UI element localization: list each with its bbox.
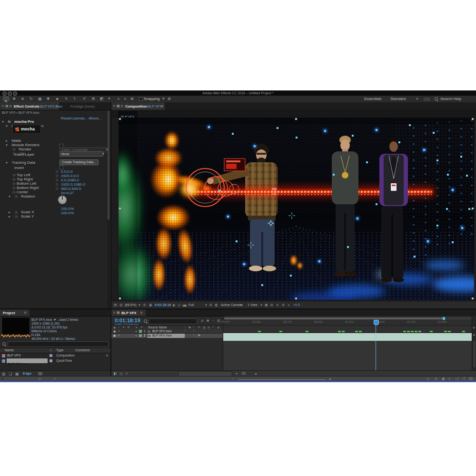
layer-label-chip[interactable] [139,334,142,337]
insert-layer-dropdown[interactable]: None [60,151,103,157]
insert-layer-caret[interactable]: ▼ [102,152,105,155]
layer-expander[interactable]: ► [135,330,138,333]
stopwatch-icon[interactable]: ◷ [14,215,17,218]
always-preview-icon[interactable]: ▤ [114,303,117,307]
keyframe-diamond-icon[interactable]: ◇ [56,178,58,182]
comp-marker[interactable] [443,317,445,320]
resolution-caret[interactable]: ▼ [205,304,208,307]
keyframe-diamond-icon[interactable]: ◇ [56,169,58,173]
workspace-overflow[interactable]: » [416,97,418,101]
zoom-out-icon[interactable]: − [232,377,234,380]
layer-row-1[interactable]: ◉ ♪ ► 1 ▤ BLP VFX.mov ◔ \ [111,329,223,334]
timeline-jump-icon[interactable]: ⋔ [276,303,279,307]
trash-icon[interactable]: ⌧ [469,377,473,381]
pan-tracks-icon[interactable]: ❖ [473,333,475,337]
view-layout-caret[interactable]: ▼ [260,304,263,307]
keyframe-diamond-icon[interactable]: ◇ [56,182,58,186]
fx-icon[interactable]: fx [435,377,437,380]
flowchart-jump-icon[interactable]: ⚙ [282,303,285,307]
tool-type[interactable]: T [73,97,76,101]
tool-brush[interactable]: ✐ [83,97,86,101]
threed-switch-icon[interactable]: ⊕ [217,326,219,329]
zoom-mountain-icon[interactable]: ▲ [254,372,258,375]
tool-hand[interactable]: ❖ [12,97,16,101]
audio-toggle[interactable]: ♪ [118,329,119,332]
tracking-data-disclosure[interactable]: ▼ [5,161,8,164]
share-icon[interactable]: ➚ [53,377,56,381]
param-value[interactable]: 0.0,0.0 [61,169,72,174]
show-snapshot-icon[interactable]: ◎ [178,303,180,307]
expand-audio-icon[interactable]: ◧ [114,372,117,376]
label-chip[interactable] [50,354,52,357]
tool-camera[interactable]: ▦ [38,97,42,101]
audio-toggle[interactable]: ♪ [118,334,119,337]
quality-toggle[interactable]: \ [193,329,194,332]
quality-switch-icon[interactable]: \ [193,326,194,328]
item-name[interactable]: BLP VFX [7,354,21,357]
axis-local-icon[interactable]: ⋏ [117,97,120,101]
flowchart-icon[interactable]: ⋔ [106,354,109,357]
lock-column-icon[interactable]: ◘ [128,326,129,328]
ec-scrollbar[interactable] [108,110,109,308]
reset-link[interactable]: Reset [61,116,71,120]
scale-y-value[interactable]: 100.0% [61,211,74,215]
work-area-bar[interactable] [224,317,445,319]
tab-composition[interactable]: Composition [125,104,147,109]
shy-switch-icon[interactable]: ◔ [184,326,186,328]
scale-y-disclosure[interactable]: ► [8,215,11,218]
scale-x-value[interactable]: 100.0% [61,207,74,211]
param-value[interactable]: 0.0,1080.0 [61,178,79,182]
workspace-standard[interactable]: Standard [390,97,406,101]
camera-view-caret[interactable]: ▼ [239,304,242,307]
motion-blur-switch-icon[interactable]: ⊘ [208,326,210,329]
workspace-essentials[interactable]: Essentials [364,97,381,101]
viewer-timecode[interactable]: 0:01:18:19 [155,303,171,307]
sync-settings-chip[interactable] [423,97,431,102]
playhead-line[interactable] [376,324,376,370]
project-search-icon[interactable] [2,342,6,346]
zoom-in-icon[interactable]: ▲ [328,377,332,380]
layer-name-selected[interactable]: ▤BLP VFX.mov [148,334,185,338]
eye-column-icon[interactable]: ◉ [113,326,116,329]
quality-toggle[interactable]: \ [193,334,194,337]
tool-puppet-pin[interactable]: ✶ [108,97,111,101]
fx-toggle[interactable]: fx [198,334,200,337]
keyboard-shortcuts-icon[interactable]: ▭ [38,377,41,381]
new-composition-icon[interactable]: ▦ [15,372,19,376]
frame-blend-icon[interactable]: ▥ [217,319,220,323]
tool-shape[interactable]: ■ [56,97,59,101]
new-folder-icon[interactable]: ❏ [9,372,12,376]
create-tracking-data-button[interactable]: Create Tracking Data... [60,159,99,165]
timeline-search-input[interactable] [149,318,197,324]
resolution-select[interactable]: Full [188,303,194,307]
snap-options-icon[interactable]: ✛ [162,97,165,101]
rotation-disclosure[interactable]: ▼ [8,195,11,198]
panel-menu-icon[interactable]: ≣ [140,311,143,315]
rotation-value[interactable]: 0x+0.0° [61,191,74,195]
tab-effect-controls[interactable]: Effect Controls [14,104,40,109]
lock-icon[interactable]: ◘ [10,104,11,108]
tab-footage[interactable]: Footage (none) [70,104,95,109]
label-column-icon[interactable]: ✦ [135,326,138,329]
snapshot-icon[interactable]: ◉ [172,303,175,307]
tool-clone-stamp[interactable]: ⌘ [91,97,95,101]
keyframe-diamond-icon[interactable]: ◇ [56,174,58,178]
rotation-dial[interactable] [58,196,67,204]
comp-shrink-icon[interactable]: ▲ [235,372,238,375]
snap-grid-icon[interactable]: ⊠ [168,97,171,101]
hide-shy-icon[interactable]: ◔ [212,319,214,322]
eye-toggle[interactable]: ◉ [113,334,116,337]
tab-effect-controls-target[interactable]: BLP VFX.mov [40,104,62,109]
new-item-icon[interactable]: ❐ [462,377,465,381]
tab-composition-target[interactable]: BLP VFX [148,104,162,109]
layer-label-chip[interactable] [139,330,142,333]
fx-switch-icon[interactable]: fx [198,326,200,328]
footage-thumbnail[interactable] [2,317,30,335]
layer-name[interactable]: BLP VFX.mov [152,329,172,333]
pixel-aspect-icon[interactable]: ▦ [265,303,268,307]
expand-fx-icon[interactable]: ◎ [119,372,122,376]
roi-icon[interactable]: ⊞ [143,303,146,307]
trash-icon[interactable]: ⌧ [38,372,42,376]
axis-view-icon[interactable]: ⊠ [130,97,134,101]
layer-1-track[interactable] [223,329,472,333]
